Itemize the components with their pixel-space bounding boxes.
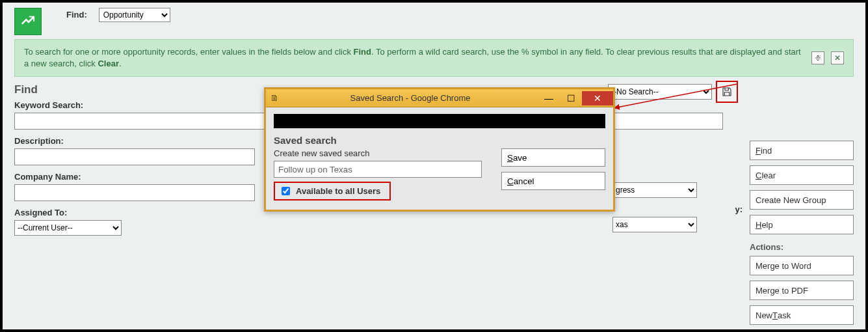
top-bar: Find: Opportunity bbox=[3, 3, 865, 35]
popup-title: Saved Search - Google Chrome bbox=[283, 93, 538, 103]
banner-collapse-icon[interactable] bbox=[811, 51, 824, 64]
document-icon: 🗎 bbox=[266, 93, 283, 103]
side-actions: Find Clear Create New Group Help Actions… bbox=[750, 141, 854, 330]
saved-search-select[interactable]: --No Search-- bbox=[608, 84, 712, 100]
save-search-button[interactable] bbox=[716, 81, 738, 103]
clear-button[interactable]: Clear bbox=[750, 165, 854, 185]
banner-close-icon[interactable]: ✕ bbox=[831, 51, 844, 64]
popup-save-button[interactable]: Save bbox=[501, 148, 605, 167]
popup-subheading: Create new saved search bbox=[274, 148, 482, 158]
territory-label: y: bbox=[612, 204, 743, 214]
merge-pdf-button[interactable]: Merge to PDF bbox=[750, 281, 854, 300]
saved-search-popup: 🗎 Saved Search - Google Chrome — ☐ ✕ Sav… bbox=[264, 87, 615, 212]
actions-label: Actions: bbox=[750, 242, 854, 252]
find-entity-select[interactable]: Opportunity bbox=[99, 8, 170, 22]
save-search-icon bbox=[721, 86, 733, 98]
available-all-users-row[interactable]: Available to all Users bbox=[274, 182, 391, 201]
territory-select[interactable]: xas bbox=[612, 217, 697, 232]
available-all-users-label: Available to all Users bbox=[296, 186, 380, 196]
company-input[interactable] bbox=[14, 184, 255, 201]
stage-territory-group: gress y: xas bbox=[612, 182, 743, 239]
help-button[interactable]: Help bbox=[750, 215, 854, 234]
merge-word-button[interactable]: Merge to Word bbox=[750, 256, 854, 275]
popup-cancel-button[interactable]: Cancel bbox=[501, 172, 605, 190]
find-button[interactable]: Find bbox=[750, 141, 854, 160]
popup-titlebar[interactable]: 🗎 Saved Search - Google Chrome — ☐ ✕ bbox=[266, 89, 613, 107]
saved-search-name-input[interactable] bbox=[274, 161, 482, 178]
window-close-button[interactable]: ✕ bbox=[582, 91, 613, 105]
new-task-button[interactable]: New Task bbox=[750, 305, 854, 325]
window-maximize-button[interactable]: ☐ bbox=[560, 91, 582, 105]
description-input[interactable] bbox=[14, 148, 255, 165]
info-banner-text: To search for one or more opportunity re… bbox=[24, 46, 805, 70]
find-label: Find: bbox=[66, 8, 87, 20]
available-all-users-checkbox[interactable] bbox=[282, 187, 290, 195]
app-logo-icon bbox=[14, 8, 42, 35]
popup-heading: Saved search bbox=[274, 135, 605, 146]
window-minimize-button[interactable]: — bbox=[538, 91, 560, 105]
info-banner: To search for one or more opportunity re… bbox=[14, 39, 854, 77]
popup-url-bar bbox=[274, 114, 605, 128]
stage-select[interactable]: gress bbox=[612, 182, 697, 198]
assigned-select[interactable]: --Current User-- bbox=[14, 220, 122, 236]
create-group-button[interactable]: Create New Group bbox=[750, 190, 854, 210]
